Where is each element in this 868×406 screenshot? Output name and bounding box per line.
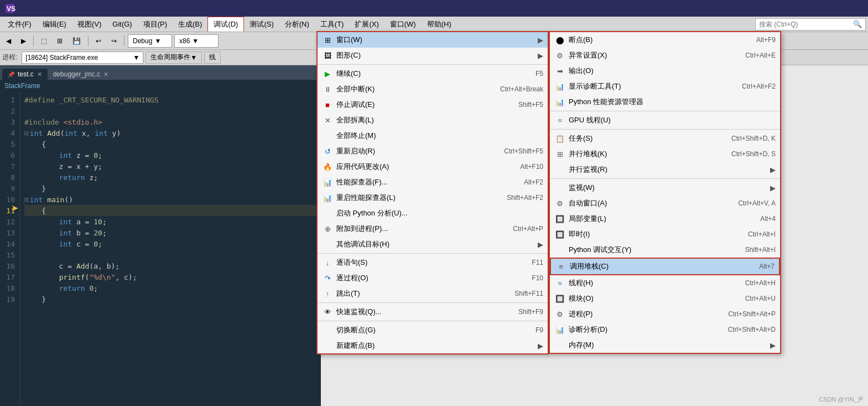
redo-button[interactable]: ↪ (107, 34, 121, 48)
debug-menu-break-all[interactable]: ⏸ 全部中断(K) Ctrl+Alt+Break (318, 81, 548, 97)
debug-menu-detach[interactable]: ✕ 全部拆离(L) (318, 112, 548, 128)
win-menu-modules[interactable]: 🔲 模块(O) Ctrl+Alt+U (550, 291, 780, 306)
search-box[interactable]: 🔍 (755, 18, 866, 30)
menu-view[interactable]: 视图(V) (72, 17, 107, 32)
win-parallel-stack-shortcut: Ctrl+Shift+D, S (731, 150, 776, 158)
fold-icon-10[interactable]: ⊟ (24, 196, 29, 204)
menu-file[interactable]: 文件(F) (2, 17, 37, 32)
win-immediate-shortcut: Ctrl+Alt+I (748, 230, 776, 238)
toolbar-separator-1 (33, 35, 34, 47)
debug-menu-step-out[interactable]: ↑ 跳出(T) Shift+F11 (318, 286, 548, 301)
win-parallel-watch-arrow-icon: ▶ (770, 166, 776, 174)
search-icon: 🔍 (853, 20, 862, 28)
other-targets-icon (322, 239, 333, 250)
win-menu-auto[interactable]: ⚙ 自动窗口(A) Ctrl+Alt+V, A (550, 196, 780, 211)
toolbar-btn-1[interactable]: ⬚ (37, 34, 51, 48)
tab-test-c[interactable]: 📌 test.c ✕ (2, 69, 48, 80)
back-button[interactable]: ◀ (2, 34, 15, 48)
win-menu-breakpoints[interactable]: ⬤ 断点(B) Alt+F9 (550, 32, 780, 48)
code-line-5: { (24, 138, 316, 150)
tab-test-c-close[interactable]: ✕ (37, 71, 42, 78)
save-button[interactable]: 💾 (69, 34, 85, 48)
menu-help[interactable]: 帮助(H) (422, 17, 457, 32)
win-menu-call-stack[interactable]: ≡ 调用堆栈(C) Alt+7 (550, 258, 780, 275)
debug-menu-step-into[interactable]: ↓ 逐语句(S) F11 (318, 255, 548, 270)
win-menu-processes[interactable]: ⚙ 进程(P) Ctrl+Shift+Alt+P (550, 306, 780, 322)
debug-quick-watch-shortcut: Shift+F9 (518, 308, 543, 316)
debug-menu-continue[interactable]: ▶ 继续(C) F5 (318, 66, 548, 81)
debug-mode-dropdown[interactable]: Debug ▼ (128, 34, 172, 48)
menu-extensions[interactable]: 扩展(X) (349, 17, 384, 32)
debug-menu-step-over[interactable]: ↷ 逐过程(O) F10 (318, 270, 548, 286)
win-diag-analysis-label: 诊断分析(D) (569, 325, 728, 335)
win-menu-watch[interactable]: 监视(W) ▶ (550, 180, 780, 196)
undo-button[interactable]: ↩ (92, 34, 105, 48)
platform-label: x86 (179, 37, 190, 45)
search-input[interactable] (759, 20, 853, 28)
tab-debugger-jmc-close[interactable]: ✕ (103, 71, 108, 78)
debug-mode-label: Debug (133, 37, 152, 45)
debug-restart-shortcut: Ctrl+Shift+F5 (504, 147, 543, 155)
menu-window[interactable]: 窗口(W) (384, 17, 422, 32)
menu-build[interactable]: 生成(B) (173, 17, 207, 32)
menu-edit[interactable]: 编辑(E) (37, 17, 72, 32)
debug-menu-stop[interactable]: ■ 停止调试(E) Shift+F5 (318, 97, 548, 112)
debug-menu-terminate[interactable]: 全部终止(M) (318, 128, 548, 143)
menu-debug[interactable]: 调试(D) (207, 17, 244, 32)
debug-menu-graphics[interactable]: 🖼 图形(C) ▶ (318, 48, 548, 63)
line-num-16: 16 (0, 260, 19, 271)
tab-bar: 📌 test.c ✕ debugger_jmc.c ✕ (0, 65, 321, 80)
debug-menu-attach[interactable]: ⊕ 附加到进程(P)... Ctrl+Alt+P (318, 221, 548, 237)
fold-icon-4[interactable]: ⊟ (24, 129, 29, 137)
debug-step-out-label: 跳出(T) (336, 289, 514, 299)
forward-button[interactable]: ▶ (17, 34, 30, 48)
debug-break-all-label: 全部中断(K) (336, 84, 500, 94)
debug-menu-new-bp[interactable]: 新建断点(B) ▶ (318, 338, 548, 353)
code-line-16: c = Add(a, b); (24, 260, 316, 271)
win-output-label: 输出(O) (569, 66, 776, 76)
parallel-watch-icon (554, 164, 565, 175)
debug-menu-apply-code[interactable]: 🔥 应用代码更改(A) Alt+F10 (318, 159, 548, 174)
win-menu-diag-tools[interactable]: 📊 显示诊断工具(T) Ctrl+Alt+F2 (550, 79, 780, 94)
tab-debugger-jmc[interactable]: debugger_jmc.c ✕ (48, 69, 114, 80)
debug-menu-window[interactable]: ⊞ 窗口(W) ▶ (318, 32, 548, 48)
win-menu-tasks[interactable]: 📋 任务(S) Ctrl+Shift+D, K (550, 131, 780, 146)
platform-dropdown[interactable]: x86 ▼ (174, 34, 219, 48)
win-menu-output[interactable]: ➡ 输出(O) (550, 63, 780, 79)
win-call-stack-shortcut: Alt+7 (759, 263, 775, 270)
win-menu-python-interactive[interactable]: Python 调试交互(Y) Shift+Alt+I (550, 242, 780, 258)
win-menu-memory[interactable]: 内存(M) ▶ (550, 337, 780, 353)
code-area[interactable]: #define _CRT_SECURE_NO_WARNINGS #include… (20, 92, 321, 406)
code-editor[interactable]: 1 2 3 4 5 6 7 8 9 10 11 12 13 14 15 16 1… (0, 92, 321, 406)
win-menu-python-perf[interactable]: 📊 Python 性能资源管理器 (550, 94, 780, 110)
win-menu-parallel-watch[interactable]: 并行监视(R) ▶ (550, 162, 780, 177)
win-menu-threads[interactable]: ≈ 线程(H) Ctrl+Alt+H (550, 275, 780, 291)
menu-test[interactable]: 测试(S) (244, 17, 279, 32)
process-dropdown[interactable]: [18624] StackFrame.exe ▼ (22, 52, 143, 64)
menu-git[interactable]: Git(G) (107, 17, 137, 32)
debug-menu-other[interactable]: 其他调试目标(H) ▶ (318, 237, 548, 252)
debug-menu-python[interactable]: 启动 Python 分析(U)... (318, 205, 548, 221)
win-menu-diag-analysis[interactable]: 📊 诊断分析(D) Ctrl+Shift+Alt+D (550, 322, 780, 337)
thread-btn[interactable]: 线 (204, 52, 221, 64)
win-menu-gpu[interactable]: ≈ GPU 线程(U) (550, 112, 780, 128)
menu-tools[interactable]: 工具(T) (315, 17, 350, 32)
win-menu-immediate[interactable]: 🔲 即时(I) Ctrl+Alt+I (550, 227, 780, 242)
debug-menu-perf[interactable]: 📊 性能探查器(F)... Alt+F2 (318, 174, 548, 190)
debug-menu-restart-perf[interactable]: 📊 重启性能探查器(L) Shift+Alt+F2 (318, 190, 548, 205)
win-menu-exception[interactable]: ⚙ 异常设置(X) Ctrl+Alt+E (550, 48, 780, 63)
win-menu-locals[interactable]: 🔲 局部变量(L) Alt+4 (550, 211, 780, 227)
menu-analyze[interactable]: 分析(N) (279, 17, 315, 32)
debug-menu-toggle-bp[interactable]: 切换断点(G) F9 (318, 322, 548, 338)
win-menu-parallel-stack[interactable]: ⊞ 并行堆栈(K) Ctrl+Shift+D, S (550, 146, 780, 162)
win-parallel-stack-label: 并行堆栈(K) (569, 149, 731, 159)
debug-restart-label: 重新启动(R) (336, 146, 504, 156)
debug-menu-quick-watch[interactable]: 👁 快速监视(Q)... Shift+F9 (318, 304, 548, 320)
debug-step-over-label: 逐过程(O) (336, 273, 532, 283)
debug-graphics-label: 图形(C) (336, 50, 536, 60)
toolbar-btn-2[interactable]: ⊞ (53, 34, 66, 48)
lifecycle-btn[interactable]: 生命周期事件 ▼ (145, 52, 202, 64)
debug-menu-restart[interactable]: ↺ 重新启动(R) Ctrl+Shift+F5 (318, 143, 548, 159)
menu-project[interactable]: 项目(P) (138, 17, 173, 32)
debug-separator-3 (318, 302, 548, 303)
